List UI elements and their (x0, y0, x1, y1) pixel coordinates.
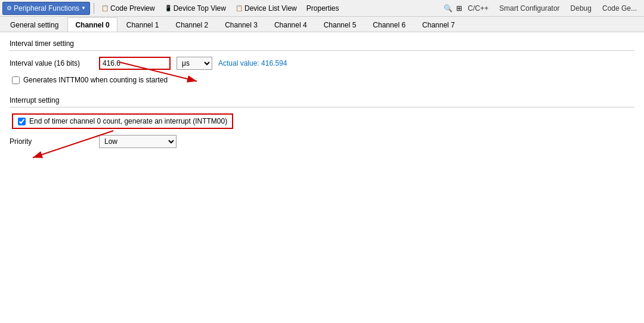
search-icon[interactable]: 🔍 (444, 4, 453, 13)
properties-label: Properties (306, 4, 339, 13)
tab-channel-3[interactable]: Channel 3 (217, 17, 265, 32)
tab-channel-1[interactable]: Channel 1 (119, 17, 167, 32)
toolbar-right: 🔍 ⊞ C/C++ Smart Configurator Debug Code … (444, 3, 642, 14)
actual-value-text: Actual value: 416.594 (218, 59, 287, 67)
tab-channel-4[interactable]: Channel 4 (267, 17, 315, 32)
device-list-view-label: Device List View (244, 4, 297, 13)
grid-icon[interactable]: ⊞ (456, 4, 462, 13)
priority-label: Priority (10, 137, 93, 146)
priority-select[interactable]: Low High (99, 135, 177, 148)
generates-inttm-checkbox[interactable] (12, 76, 20, 84)
dropdown-arrow-icon: ▼ (81, 5, 86, 11)
device-list-view-link[interactable]: 📋 Device List View (232, 2, 301, 15)
interval-value-input[interactable] (99, 57, 171, 70)
interval-value-row: Interval value (16 bits) μs ms s Actual … (10, 57, 634, 70)
smart-configurator-button[interactable]: Smart Configurator (494, 3, 564, 14)
generates-inttm-label: Generates INTTM00 when counting is start… (23, 76, 168, 84)
code-preview-label: Code Preview (110, 4, 155, 13)
peripheral-functions-label: Peripheral Functions (14, 4, 79, 13)
device-top-icon: 📱 (165, 5, 172, 11)
cpp-button[interactable]: C/C++ (463, 3, 494, 14)
main-content: Interval timer setting Interval value (1… (0, 32, 644, 323)
tab-general-setting[interactable]: General setting (2, 17, 66, 32)
peripheral-icon: ⚙ (7, 5, 12, 11)
interval-section-title: Interval timer setting (10, 39, 634, 51)
toolbar-separator-1 (94, 3, 94, 14)
device-list-icon: 📋 (236, 5, 243, 11)
properties-link[interactable]: Properties (303, 2, 343, 15)
channel-tab-bar: General setting Channel 0 Channel 1 Chan… (0, 17, 644, 32)
unit-select[interactable]: μs ms s (177, 57, 212, 70)
code-preview-icon: 📋 (101, 5, 109, 11)
priority-row: Priority Low High (10, 135, 634, 148)
tab-channel-7[interactable]: Channel 7 (414, 17, 463, 32)
end-of-timer-label: End of timer channel 0 count, generate a… (29, 117, 227, 125)
peripheral-functions-button[interactable]: ⚙ Peripheral Functions ▼ (2, 2, 90, 15)
tab-channel-6[interactable]: Channel 6 (365, 17, 413, 32)
interval-value-label: Interval value (16 bits) (10, 59, 93, 67)
end-of-timer-checkbox[interactable] (18, 118, 26, 125)
end-of-timer-row: End of timer channel 0 count, generate a… (12, 113, 634, 129)
code-gen-button[interactable]: Code Ge... (597, 3, 642, 14)
tab-channel-0[interactable]: Channel 0 (67, 17, 117, 32)
code-preview-link[interactable]: 📋 Code Preview (98, 2, 159, 15)
interrupt-setting-section: Interrupt setting End of timer channel 0… (10, 96, 634, 148)
tab-channel-2[interactable]: Channel 2 (168, 17, 216, 32)
debug-button[interactable]: Debug (566, 3, 596, 14)
top-toolbar: ⚙ Peripheral Functions ▼ 📋 Code Preview … (0, 0, 644, 17)
device-top-view-link[interactable]: 📱 Device Top View (161, 2, 230, 15)
tab-channel-5[interactable]: Channel 5 (316, 17, 364, 32)
generates-inttm-row: Generates INTTM00 when counting is start… (12, 76, 634, 84)
interval-timer-section: Interval timer setting Interval value (1… (10, 39, 634, 84)
interrupt-section-title: Interrupt setting (10, 96, 634, 107)
device-top-view-label: Device Top View (174, 4, 226, 13)
end-of-timer-box: End of timer channel 0 count, generate a… (12, 113, 233, 129)
